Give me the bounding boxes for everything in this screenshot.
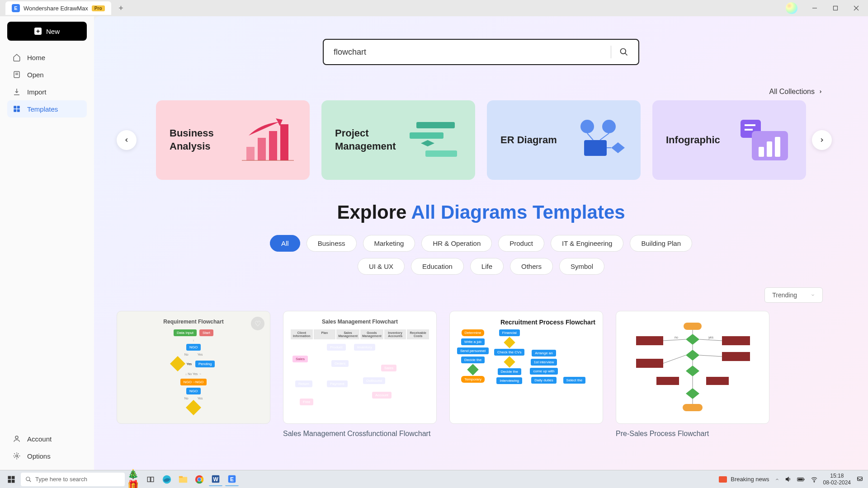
sort-dropdown[interactable]: Trending <box>764 287 823 303</box>
search-button[interactable] <box>619 47 628 56</box>
search-input[interactable] <box>334 47 603 57</box>
filter-building-plan[interactable]: Building Plan <box>630 235 692 252</box>
app-tab[interactable]: E Wondershare EdrawMax Pro <box>5 1 111 15</box>
maximize-button[interactable] <box>826 1 845 15</box>
svg-rect-58 <box>683 404 703 411</box>
word-icon[interactable]: W <box>209 473 222 486</box>
user-avatar-icon[interactable] <box>786 2 797 14</box>
tray-notification-icon[interactable] <box>856 476 863 483</box>
svg-rect-29 <box>416 122 455 128</box>
sidebar-item-label: Templates <box>27 105 58 113</box>
svg-rect-77 <box>151 477 154 482</box>
template-title: Pre-Sales Process Flowchart <box>616 429 769 439</box>
svg-line-37 <box>587 133 593 140</box>
task-view-icon[interactable] <box>144 473 157 486</box>
import-icon <box>13 88 21 96</box>
edrawmax-taskbar-icon[interactable]: E <box>225 473 239 486</box>
divider <box>611 46 611 58</box>
category-card-business-analysis[interactable]: BusinessAnalysis <box>156 100 310 180</box>
svg-point-22 <box>621 49 626 54</box>
sidebar-item-import[interactable]: Import <box>7 83 87 100</box>
svg-point-34 <box>602 120 616 133</box>
svg-point-11 <box>15 436 18 439</box>
filter-education[interactable]: Education <box>411 258 464 275</box>
sidebar-item-options[interactable]: Options <box>7 447 87 465</box>
svg-marker-36 <box>611 142 625 153</box>
filter-others[interactable]: Others <box>510 258 553 275</box>
filter-product[interactable]: Product <box>498 235 544 252</box>
explorer-icon[interactable] <box>176 473 190 486</box>
main-content: All Collections BusinessAnalysis <box>94 16 868 470</box>
svg-text:yes: yes <box>708 336 713 339</box>
chrome-icon[interactable] <box>193 473 206 486</box>
svg-rect-45 <box>767 141 772 157</box>
user-icon <box>13 435 21 443</box>
svg-line-23 <box>625 53 627 56</box>
svg-rect-52 <box>636 359 663 368</box>
news-icon <box>719 476 727 483</box>
minimize-button[interactable] <box>805 1 825 15</box>
file-icon <box>13 70 21 79</box>
filter-it-engineering[interactable]: IT & Engineering <box>551 235 623 252</box>
tray-volume-icon[interactable] <box>785 476 792 483</box>
gantt-icon <box>403 115 462 165</box>
svg-rect-27 <box>280 124 288 160</box>
category-card-er-diagram[interactable]: ER Diagram <box>487 100 641 180</box>
svg-rect-80 <box>179 476 183 478</box>
new-tab-button[interactable]: + <box>116 3 127 14</box>
svg-line-75 <box>29 480 31 482</box>
sidebar-item-label: Home <box>27 54 45 61</box>
card-title: BusinessAnalysis <box>170 127 214 153</box>
svg-rect-92 <box>804 479 805 480</box>
category-carousel: BusinessAnalysis ProjectManagement <box>112 100 850 180</box>
template-card[interactable]: noyes Pre-Sales Process Flowchart <box>616 311 769 439</box>
tray-battery-icon[interactable] <box>797 477 805 482</box>
svg-text:no: no <box>675 336 678 339</box>
svg-rect-50 <box>722 336 750 345</box>
sidebar-item-home[interactable]: Home <box>7 49 87 66</box>
filter-life[interactable]: Life <box>470 258 504 275</box>
svg-line-66 <box>663 355 686 363</box>
svg-rect-71 <box>12 476 15 479</box>
start-button[interactable] <box>5 473 18 486</box>
new-button[interactable]: + New <box>7 22 87 41</box>
template-title: Sales Management Crossfunctional Flowcha… <box>283 429 437 439</box>
svg-line-38 <box>600 133 609 140</box>
carousel-next-button[interactable] <box>812 130 832 150</box>
edge-icon[interactable] <box>160 473 174 486</box>
tray-chevron-icon[interactable] <box>775 477 779 482</box>
filter-row: All Business Marketing HR & Operation Pr… <box>112 235 850 252</box>
sidebar-item-account[interactable]: Account <box>7 430 87 447</box>
taskbar-search[interactable]: Type here to search <box>21 473 125 486</box>
filter-row-2: UI & UX Education Life Others Symbol <box>112 258 850 275</box>
category-card-infographic[interactable]: Infographic <box>652 100 806 180</box>
filter-symbol[interactable]: Symbol <box>559 258 604 275</box>
filter-business[interactable]: Business <box>307 235 357 252</box>
taskbar-clock[interactable]: 15:18 08-02-2024 <box>823 473 851 486</box>
sidebar-item-open[interactable]: Open <box>7 66 87 83</box>
svg-marker-48 <box>686 334 699 345</box>
sidebar-item-templates[interactable]: Templates <box>7 100 87 117</box>
sidebar-item-label: Open <box>27 71 44 79</box>
category-card-project-management[interactable]: ProjectManagement <box>321 100 475 180</box>
card-title: ER Diagram <box>500 134 557 147</box>
template-card[interactable]: Sales Management Flowchart ClientInforma… <box>283 311 437 439</box>
template-card[interactable]: Recruitment Process Flowchart Determine … <box>449 311 603 439</box>
tray-wifi-icon[interactable] <box>811 476 818 483</box>
favorite-icon[interactable]: ♡ <box>251 317 264 330</box>
filter-ui-ux[interactable]: UI & UX <box>358 258 405 275</box>
news-widget[interactable]: Breaking news <box>719 476 769 483</box>
template-card[interactable]: ♡ Requirement Flowchart Data InputStart … <box>117 311 270 439</box>
close-button[interactable] <box>846 1 866 15</box>
filter-marketing[interactable]: Marketing <box>363 235 415 252</box>
window-controls <box>786 1 868 15</box>
filter-hr-operation[interactable]: HR & Operation <box>421 235 492 252</box>
svg-rect-76 <box>147 477 150 482</box>
carousel-prev-button[interactable] <box>117 130 137 150</box>
templates-icon <box>13 105 21 113</box>
sidebar-item-label: Import <box>27 88 47 96</box>
all-collections-link[interactable]: All Collections <box>112 88 850 96</box>
home-icon <box>13 53 21 61</box>
svg-rect-1 <box>834 6 838 10</box>
filter-all[interactable]: All <box>270 235 300 252</box>
